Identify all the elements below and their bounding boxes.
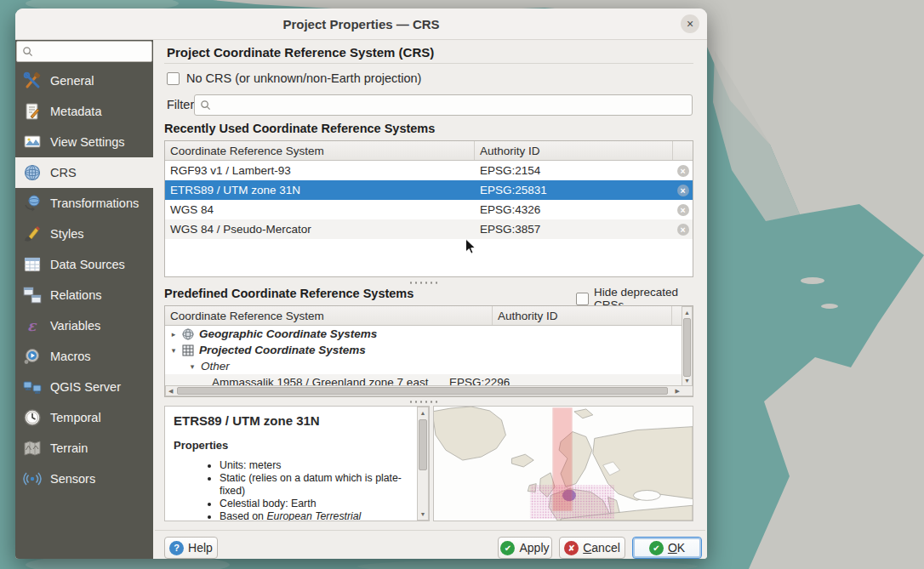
cancel-button-label: Cancel — [583, 541, 620, 555]
scroll-up-icon[interactable]: ▲ — [682, 308, 692, 317]
dialog-title: Project Properties — CRS — [282, 17, 439, 31]
document-pencil-icon — [22, 101, 43, 122]
sidebar-item-terrain[interactable]: Terrain — [15, 433, 153, 464]
tree-horizontal-scrollbar[interactable]: ◀ ▶ — [165, 385, 693, 396]
tree-vertical-scrollbar[interactable]: ▲ ▼ — [682, 306, 693, 387]
recent-table-header: Coordinate Reference System Authority ID — [165, 141, 693, 161]
crs-name-cell[interactable]: RGF93 v1 / Lambert-93 — [165, 161, 475, 180]
sidebar-item-label: Relations — [50, 288, 101, 302]
scroll-left-icon[interactable]: ◀ — [168, 386, 173, 396]
sidebar-item-temporal[interactable]: Temporal — [15, 402, 153, 433]
crs-name-cell[interactable]: WGS 84 — [165, 200, 475, 219]
paintbrush-icon — [22, 224, 43, 244]
sidebar-item-label: Terrain — [50, 441, 88, 455]
sidebar-search-box[interactable] — [16, 41, 152, 62]
table-icon — [22, 254, 43, 275]
panel-heading: Project Coordinate Reference System (CRS… — [167, 45, 434, 60]
help-icon: ? — [169, 541, 184, 555]
antenna-waves-icon — [22, 469, 43, 489]
crs-details-panel: ETRS89 / UTM zone 31N Properties Units: … — [164, 406, 430, 521]
cancel-x-icon: ✘ — [564, 541, 579, 555]
remove-crs-icon[interactable]: × — [677, 204, 689, 216]
no-crs-checkbox[interactable] — [167, 72, 180, 85]
recent-row-rgf93[interactable]: RGF93 v1 / Lambert-93 EPSG:2154 × — [165, 161, 693, 180]
no-crs-label: No CRS (or unknown/non-Earth projection) — [186, 71, 421, 85]
detail-based-on: Based on European TerrestrialReference S… — [220, 510, 402, 521]
sidebar-item-data-sources[interactable]: Data Sources — [15, 249, 153, 280]
scroll-down-icon[interactable]: ▼ — [682, 376, 692, 385]
sidebar-item-qgis-server[interactable]: QGIS Server — [15, 372, 153, 402]
splitter-handle[interactable] — [408, 400, 439, 404]
sidebar-item-styles[interactable]: Styles — [15, 219, 153, 249]
apply-button[interactable]: ✔ Apply — [498, 537, 552, 559]
tree-node-projected[interactable]: ▾ Projected Coordinate Systems — [165, 342, 693, 358]
splitter-handle[interactable] — [408, 281, 439, 285]
crs-name-cell[interactable]: ETRS89 / UTM zone 31N — [165, 180, 475, 200]
chevron-down-icon[interactable]: ▾ — [187, 362, 197, 371]
scrollbar-thumb[interactable] — [177, 387, 668, 395]
recent-row-pseudo-mercator[interactable]: WGS 84 / Pseudo-Mercator EPSG:3857 × — [165, 219, 693, 239]
recent-col-authority[interactable]: Authority ID — [475, 141, 673, 160]
filter-text-input[interactable] — [214, 98, 692, 112]
sidebar-item-label: General — [50, 74, 94, 88]
sidebar-item-label: Styles — [50, 227, 84, 241]
sidebar-item-relations[interactable]: Relations — [15, 280, 153, 310]
predefined-col-authority[interactable]: Authority ID — [493, 306, 672, 325]
crs-settings-panel: Project Coordinate Reference System (CRS… — [153, 40, 707, 559]
chevron-right-icon[interactable]: ▸ — [168, 330, 179, 339]
sidebar-item-label: Temporal — [50, 411, 101, 424]
recent-col-crs[interactable]: Coordinate Reference System — [165, 141, 475, 160]
predefined-col-crs[interactable]: Coordinate Reference System — [165, 306, 493, 325]
globe-grid-icon — [22, 162, 43, 183]
globe-arrows-icon — [22, 193, 43, 213]
sidebar-item-sensors[interactable]: Sensors — [15, 464, 153, 494]
crs-name-cell[interactable]: WGS 84 / Pseudo-Mercator — [165, 219, 475, 239]
details-scrollbar[interactable]: ▲ ▼ — [417, 407, 429, 521]
tree-node-label[interactable]: Geographic Coordinate Systems — [199, 327, 377, 340]
sidebar-item-macros[interactable]: Macros — [15, 341, 153, 372]
title-bar[interactable]: Project Properties — CRS × — [15, 9, 707, 40]
remove-crs-icon[interactable]: × — [677, 224, 689, 236]
authority-cell[interactable]: EPSG:2154 — [475, 161, 673, 180]
sidebar-search-input[interactable] — [37, 44, 142, 59]
server-network-icon — [22, 377, 43, 397]
details-bullet-list: Units: meters Static (relies on a datum … — [165, 459, 402, 521]
authority-cell[interactable]: EPSG:25831 — [475, 180, 673, 200]
no-crs-row: No CRS (or unknown/non-Earth projection) — [167, 71, 421, 85]
sidebar-item-metadata[interactable]: Metadata — [15, 96, 153, 127]
cancel-button[interactable]: ✘ Cancel — [559, 537, 625, 559]
scroll-up-icon[interactable]: ▲ — [418, 408, 428, 418]
ok-button-label: OK — [668, 541, 685, 555]
project-properties-dialog: Project Properties — CRS × General Me — [15, 9, 707, 559]
predefined-table-header: Coordinate Reference System Authority ID — [165, 306, 693, 326]
scroll-down-icon[interactable]: ▼ — [418, 509, 428, 519]
sidebar-item-transformations[interactable]: Transformations — [15, 188, 153, 219]
help-button[interactable]: ? Help — [164, 537, 218, 559]
scroll-right-icon[interactable]: ▶ — [676, 386, 680, 396]
recent-row-etrs89-selected[interactable]: ETRS89 / UTM zone 31N EPSG:25831 × — [165, 180, 693, 200]
sidebar-item-crs[interactable]: CRS — [15, 157, 153, 188]
scrollbar-thumb[interactable] — [419, 419, 427, 470]
recent-row-wgs84[interactable]: WGS 84 EPSG:4326 × — [165, 200, 693, 219]
scrollbar-thumb[interactable] — [683, 318, 691, 377]
remove-crs-icon[interactable]: × — [677, 165, 689, 177]
remove-crs-icon[interactable]: × — [677, 185, 689, 196]
chevron-down-icon[interactable]: ▾ — [168, 346, 179, 355]
heading-divider — [164, 63, 693, 64]
ok-button[interactable]: ✔ OK — [632, 537, 702, 559]
tree-node-label[interactable]: Projected Coordinate Systems — [199, 344, 366, 356]
tree-node-other[interactable]: ▾ Other — [165, 358, 693, 374]
filter-input[interactable] — [194, 94, 693, 116]
hide-deprecated-checkbox[interactable] — [576, 293, 589, 305]
tree-node-geographic[interactable]: ▸ Geographic Coordinate Systems — [165, 326, 693, 342]
sidebar-item-label: Data Sources — [50, 258, 125, 271]
tree-node-label[interactable]: Other — [201, 360, 230, 373]
extent-preview-map — [434, 407, 693, 521]
authority-cell[interactable]: EPSG:3857 — [475, 219, 673, 239]
recent-crs-table: Coordinate Reference System Authority ID… — [164, 140, 693, 277]
close-button[interactable]: × — [681, 14, 699, 33]
authority-cell[interactable]: EPSG:4326 — [475, 200, 673, 219]
sidebar-item-general[interactable]: General — [15, 65, 153, 96]
sidebar-item-variables[interactable]: ε Variables — [15, 310, 153, 341]
sidebar-item-view-settings[interactable]: View Settings — [15, 127, 153, 157]
